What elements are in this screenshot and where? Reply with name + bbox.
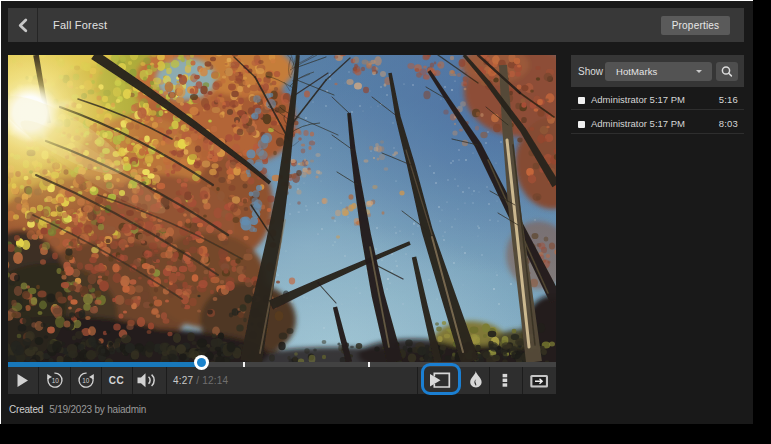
svg-text:10: 10 bbox=[82, 377, 90, 384]
svg-text:CC: CC bbox=[109, 375, 124, 386]
svg-text:10: 10 bbox=[52, 377, 60, 384]
